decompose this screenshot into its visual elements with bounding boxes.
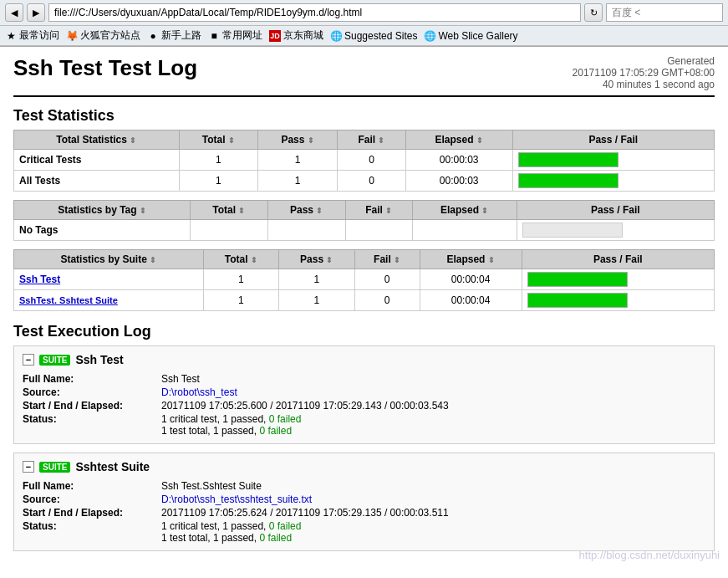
suite-toggle-1[interactable]: − [23, 354, 34, 366]
table-row: SshTest. Sshtest Suite 1 1 0 00:00:04 [14, 290, 715, 311]
bookmark-changyong[interactable]: ■ 常用网址 [208, 28, 262, 43]
row-name: All Tests [14, 171, 180, 192]
row-name: Critical Tests [14, 150, 180, 171]
row-passfail-bar [512, 171, 714, 192]
row-name: No Tags [14, 220, 191, 241]
refresh-button[interactable]: ↻ [584, 3, 603, 22]
row-passfail-bar [522, 269, 714, 290]
empty-bar [522, 223, 623, 238]
source-value-2[interactable]: D:\robot\ssh_test\sshtest_suite.txt [161, 494, 705, 505]
page-header: Ssh Test Test Log Generated 20171109 17:… [13, 55, 715, 97]
row-fail: 0 [338, 171, 406, 192]
row-total: 1 [179, 150, 258, 171]
start-end-label: Start / End / Elapsed: [23, 400, 156, 412]
total-stats-header: Total Statistics ⇕ [14, 130, 180, 150]
col-elapsed: Elapsed ⇕ [405, 130, 512, 150]
col-fail: Fail ⇕ [354, 250, 420, 269]
pass-fail-bar [527, 293, 628, 308]
address-bar[interactable] [48, 3, 581, 22]
start-end-value-2: 20171109 17:05:25.624 / 20171109 17:05:2… [161, 507, 705, 519]
row-fail [345, 220, 412, 241]
suite-block-2: − SUITE Sshtest Suite Full Name: Ssh Tes… [13, 453, 715, 551]
pass-fail-bar [518, 152, 619, 167]
suite-toggle-2[interactable]: − [23, 461, 34, 473]
bookmark-webslice[interactable]: 🌐 Web Slice Gallery [424, 30, 517, 42]
generated-label: Generated [573, 55, 715, 67]
bookmark-icon: ★ [5, 30, 17, 42]
source-value-1[interactable]: D:\robot\ssh_test [161, 386, 705, 398]
suite-block-1: − SUITE Ssh Test Full Name: Ssh Test Sou… [13, 345, 715, 444]
suite-info-2: Full Name: Ssh Test.Sshtest Suite Source… [23, 480, 705, 544]
bookmark-huohu[interactable]: 🦊 火狐官方站点 [66, 28, 140, 43]
row-name: Ssh Test [14, 269, 204, 290]
pass-count3: 0 failed [269, 520, 302, 532]
pass-count4: 0 failed [259, 532, 292, 544]
bookmark-label: 最常访问 [19, 28, 59, 43]
row-passfail-bar [512, 150, 714, 171]
bookmark-icon: 🦊 [66, 30, 78, 42]
total-statistics-table: Total Statistics ⇕ Total ⇕ Pass ⇕ Fail ⇕… [13, 130, 715, 192]
col-pass: Pass ⇕ [267, 201, 345, 220]
row-passfail-bar [517, 220, 714, 241]
row-fail: 0 [354, 290, 420, 311]
suite-link[interactable]: SshTest. Sshtest Suite [19, 295, 118, 305]
col-passfail: Pass / Fail [517, 201, 714, 220]
pass-bar [528, 273, 627, 286]
bookmark-label: 京东商城 [283, 28, 323, 43]
status-value-1: 1 critical test, 1 passed, 0 failed 1 te… [161, 413, 705, 437]
start-end-value-1: 20171109 17:05:25.600 / 20171109 17:05:2… [161, 400, 705, 412]
row-name: SshTest. Sshtest Suite [14, 290, 204, 311]
forward-button[interactable]: ▶ [27, 3, 45, 22]
bookmark-suggested[interactable]: 🌐 Suggested Sites [330, 30, 417, 42]
bookmark-label: 常用网址 [222, 28, 262, 43]
row-pass [267, 220, 345, 241]
bookmark-label: 新手上路 [161, 28, 201, 43]
col-total: Total ⇕ [203, 250, 278, 269]
row-pass: 1 [258, 150, 338, 171]
col-total: Total ⇕ [191, 201, 268, 220]
watermark: http://blog.csdn.net/duxinyuhi [579, 549, 720, 561]
row-fail: 0 [354, 269, 420, 290]
browser-chrome: ◀ ▶ ↻ ★ 最常访问 🦊 火狐官方站点 ● 新手上路 ■ 常用网址 JD 京… [0, 0, 728, 47]
col-fail: Fail ⇕ [345, 201, 412, 220]
col-passfail: Pass / Fail [512, 130, 714, 150]
page-title: Ssh Test Test Log [13, 55, 197, 81]
suite-badge-2: SUITE [39, 462, 70, 473]
bookmark-icon-jd: JD [269, 30, 281, 42]
bookmark-icon: ■ [208, 30, 220, 42]
col-elapsed: Elapsed ⇕ [420, 250, 522, 269]
row-total [191, 220, 268, 241]
col-fail: Fail ⇕ [338, 130, 406, 150]
bookmark-zuichang[interactable]: ★ 最常访问 [5, 28, 59, 43]
status-line1: 1 critical test, 1 passed, 0 failed [161, 413, 705, 425]
back-button[interactable]: ◀ [5, 3, 23, 22]
source-label2: Source: [23, 494, 156, 505]
status-line1b: 1 critical test, 1 passed, 0 failed [161, 520, 705, 532]
suite-badge-1: SUITE [39, 355, 70, 366]
pass-bar [519, 174, 618, 187]
sort-arrow[interactable]: ⇕ [130, 136, 136, 145]
row-total: 1 [203, 290, 278, 311]
sort-arrow[interactable]: ⇕ [150, 256, 156, 264]
row-elapsed: 00:00:03 [405, 171, 512, 192]
row-total: 1 [179, 171, 258, 192]
suite-stats-header: Statistics by Suite ⇕ [14, 250, 204, 269]
bookmark-xinshou[interactable]: ● 新手上路 [147, 28, 201, 43]
sort-arrow[interactable]: ⇕ [140, 207, 146, 215]
table-row: All Tests 1 1 0 00:00:03 [14, 171, 715, 192]
bookmark-label: Web Slice Gallery [438, 30, 517, 42]
pass-count2: 0 failed [259, 425, 292, 437]
row-pass: 1 [258, 171, 338, 192]
suite-info-1: Full Name: Ssh Test Source: D:\robot\ssh… [23, 373, 705, 437]
execution-log-title: Test Execution Log [13, 323, 715, 340]
col-pass: Pass ⇕ [278, 250, 354, 269]
generated-info: Generated 20171109 17:05:29 GMT+08:00 40… [573, 55, 715, 90]
col-elapsed: Elapsed ⇕ [412, 201, 517, 220]
suite-link[interactable]: Ssh Test [19, 274, 60, 285]
tag-statistics-table: Statistics by Tag ⇕ Total ⇕ Pass ⇕ Fail … [13, 200, 715, 241]
search-input[interactable] [606, 3, 723, 22]
row-pass: 1 [278, 290, 354, 311]
row-elapsed: 00:00:03 [405, 150, 512, 171]
bookmark-label: Suggested Sites [344, 30, 417, 42]
bookmark-jd[interactable]: JD 京东商城 [269, 28, 323, 43]
